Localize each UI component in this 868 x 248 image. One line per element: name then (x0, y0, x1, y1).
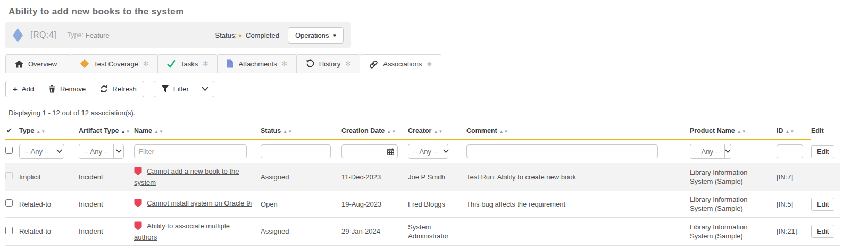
select-all-checkbox[interactable] (5, 147, 13, 154)
sort-desc-icon[interactable]: ▼ (126, 129, 130, 134)
tab-attachments[interactable]: Attachments ✻ (217, 54, 296, 73)
sort-asc-icon[interactable]: ▲ (36, 129, 41, 134)
column-header-creation-date[interactable]: Creation Date▲▼ (341, 123, 408, 140)
column-header-artifact-type[interactable]: Artifact Type▲▼ (79, 123, 134, 140)
caret-down-icon: ▾ (333, 32, 336, 39)
cell-type: Related-to (19, 217, 79, 245)
sort-asc-icon[interactable]: ▲ (737, 129, 742, 134)
trash-icon (48, 85, 56, 93)
cell-comment: Test Run: Ability to create new book (466, 163, 690, 191)
product-name-filter-select[interactable]: -- Any -- (690, 144, 731, 159)
cell-name: Ability to import data from excel (134, 245, 261, 248)
column-header-status[interactable]: Status▲▼ (261, 123, 341, 140)
edit-button[interactable]: Edit (811, 198, 834, 211)
chevron-down-icon (202, 87, 208, 91)
check-icon (167, 60, 176, 68)
selected-option: -- Any -- (79, 148, 113, 156)
table-row[interactable]: Depends-on Incident Ability to import da… (5, 245, 840, 248)
cell-comment: This bug affects the requirement (466, 191, 690, 217)
select-all-check-icon[interactable]: ✔ (6, 126, 12, 134)
remove-button[interactable]: Remove (41, 81, 93, 97)
sort-desc-icon[interactable]: ▼ (41, 129, 46, 134)
selected-option: -- Any -- (20, 148, 54, 156)
tab-overview[interactable]: Overview (5, 54, 71, 73)
row-checkbox[interactable] (5, 199, 13, 207)
cell-id: [IN:5] (777, 191, 811, 217)
sort-asc-icon[interactable]: ▲ (283, 129, 288, 134)
column-header-creator[interactable]: Creator▲▼ (408, 123, 466, 140)
association-name-link[interactable]: Cannot add a new book to the system (134, 167, 239, 186)
sort-desc-icon[interactable]: ▼ (504, 129, 509, 134)
cell-name: Ability to associate multiple authors (134, 217, 261, 245)
sort-asc-icon[interactable]: ▲ (154, 129, 159, 134)
sort-asc-icon[interactable]: ▲ (387, 129, 391, 134)
chevron-down-icon[interactable] (724, 144, 731, 158)
artifact-id: [RQ:4] (30, 30, 56, 40)
filter-button[interactable]: Filter (154, 81, 196, 97)
filter-dropdown-button[interactable] (196, 81, 214, 97)
tab-history[interactable]: History ✻ (296, 54, 361, 73)
id-filter-input[interactable] (777, 144, 803, 158)
cell-artifact-type: Incident (79, 245, 134, 248)
status-filter-input[interactable] (261, 144, 331, 158)
tab-associations[interactable]: Associations ✻ (360, 54, 441, 73)
tab-tasks[interactable]: Tasks ✻ (157, 54, 218, 73)
sort-asc-icon[interactable]: ▲ (499, 129, 504, 134)
association-name-link[interactable]: Ability to associate multiple authors (134, 222, 230, 241)
operations-label: Operations (295, 31, 329, 39)
sort-desc-icon[interactable]: ▼ (790, 129, 795, 134)
cell-status: Open (261, 191, 341, 217)
column-header-name[interactable]: Name▲▼ (134, 123, 261, 140)
cell-edit: Edit (811, 245, 840, 248)
associations-table: ✔ Type▲▼ Artifact Type▲▼ Name▲▼ Status▲▼… (5, 123, 840, 248)
sort-desc-icon[interactable]: ▼ (391, 129, 396, 134)
refresh-label: Refresh (112, 85, 137, 93)
operations-button[interactable]: Operations ▾ (288, 27, 344, 44)
column-header-product-name[interactable]: Product Name▲▼ (690, 123, 777, 140)
date-input[interactable] (342, 146, 383, 157)
cell-creation-date: 29-Jan-2024 (341, 217, 408, 245)
add-button[interactable]: + Add (5, 81, 41, 97)
sort-desc-icon[interactable]: ▼ (438, 129, 443, 134)
row-checkbox[interactable] (5, 227, 13, 234)
plus-icon: + (13, 87, 18, 92)
sort-desc-icon[interactable]: ▼ (159, 129, 164, 134)
tab-test-coverage[interactable]: Test Coverage ✻ (71, 54, 158, 73)
history-icon (306, 59, 314, 68)
status-value: Completed (246, 31, 279, 39)
sort-desc-icon[interactable]: ▼ (742, 129, 747, 134)
cell-creator: System Administrator (408, 245, 466, 248)
table-row[interactable]: Related-to Incident Ability to associate… (5, 217, 840, 245)
column-header-id[interactable]: ID▲▼ (777, 123, 811, 140)
column-label: Product Name (690, 127, 735, 134)
chevron-down-icon[interactable] (113, 144, 123, 158)
file-icon (227, 59, 233, 68)
column-header-comment[interactable]: Comment▲▼ (466, 123, 690, 140)
dirty-indicator: ✻ (143, 60, 148, 67)
selected-option: -- Any -- (408, 148, 443, 156)
status-label: Status: (215, 31, 237, 39)
tab-label: Attachments (238, 60, 277, 68)
column-header-type[interactable]: Type▲▼ (19, 123, 79, 140)
cell-artifact-type: Incident (79, 191, 134, 217)
type-filter-select[interactable]: -- Any -- (19, 144, 64, 159)
dirty-indicator: ✻ (282, 60, 287, 67)
column-label: Status (261, 127, 281, 134)
refresh-button[interactable]: Refresh (93, 81, 144, 97)
creation-date-filter[interactable] (341, 144, 398, 158)
sort-desc-icon[interactable]: ▼ (288, 129, 293, 134)
table-row[interactable]: Implicit Incident Cannot add a new book … (5, 163, 840, 191)
table-row[interactable]: Related-to Incident Cannot install syste… (5, 191, 840, 217)
edit-button[interactable]: Edit (811, 225, 834, 238)
chevron-down-icon[interactable] (443, 144, 449, 158)
cell-creation-date: 29-Jan-2024 (341, 245, 408, 248)
name-filter-input[interactable] (134, 144, 247, 158)
comment-filter-input[interactable] (466, 144, 658, 158)
artifact-type-filter-select[interactable]: -- Any -- (79, 144, 124, 159)
creator-filter-select[interactable]: -- Any -- (408, 144, 448, 159)
association-name-link[interactable]: Cannot install system on Oracle 9i (147, 199, 252, 207)
chevron-down-icon[interactable] (54, 144, 64, 158)
apply-filter-edit-button[interactable]: Edit (811, 145, 834, 158)
calendar-icon[interactable] (383, 145, 397, 158)
cell-id: [IN:7] (777, 163, 811, 191)
